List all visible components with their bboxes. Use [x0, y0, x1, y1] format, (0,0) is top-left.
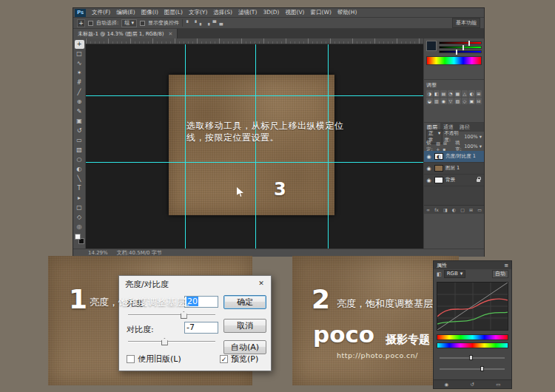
current-color-swatch[interactable]: [426, 41, 437, 51]
align-icon[interactable]: ▀: [212, 20, 218, 25]
zoom-tool[interactable]: ◎: [75, 223, 84, 232]
checkbox-unchecked[interactable]: [127, 355, 135, 363]
layer-thumbnail[interactable]: [434, 165, 443, 172]
vertical-guide[interactable]: [255, 44, 256, 249]
auto-button[interactable]: 自动: [492, 270, 508, 278]
new-layer-icon[interactable]: ⊞: [469, 207, 473, 212]
menu-layer[interactable]: 图层(L): [161, 8, 186, 17]
horizontal-guide[interactable]: [86, 95, 423, 96]
marquee-tool[interactable]: □: [75, 50, 84, 58]
dodge-tool[interactable]: ◐: [75, 165, 84, 174]
contrast-slider[interactable]: [128, 341, 215, 342]
adjustment-icon[interactable]: ▦: [454, 90, 461, 97]
layer-thumbnail[interactable]: [434, 177, 443, 183]
menu-window[interactable]: 窗口(W): [308, 8, 334, 17]
layer-name[interactable]: 背景: [445, 177, 455, 183]
path-selection-tool[interactable]: ▸: [75, 194, 84, 203]
brush-tool[interactable]: ✎: [75, 107, 84, 116]
contrast-input[interactable]: -7: [184, 322, 218, 334]
adjustment-icon[interactable]: ◔: [448, 90, 454, 97]
menu-help[interactable]: 帮助(H): [334, 8, 360, 17]
eraser-tool[interactable]: ▭: [75, 136, 84, 145]
delete-icon[interactable]: ▭: [496, 382, 500, 388]
auto-select-scope-dropdown[interactable]: 组 ▾: [121, 19, 137, 27]
adjustment-icon[interactable]: ▽: [448, 98, 454, 104]
reset-icon[interactable]: ↺: [471, 382, 474, 388]
adjustment-icon[interactable]: ▤: [440, 90, 447, 97]
panel-menu-icon[interactable]: ≡: [504, 263, 508, 268]
visibility-eye-icon[interactable]: ◉: [426, 154, 432, 160]
curves-graph[interactable]: [437, 282, 508, 331]
blur-tool[interactable]: ○: [75, 155, 84, 164]
menu-type[interactable]: 文字(Y): [186, 8, 210, 17]
visibility-eye-icon[interactable]: ◉: [445, 382, 449, 388]
fill-value[interactable]: 100%: [464, 143, 478, 149]
link-layers-icon[interactable]: ∞: [426, 207, 430, 212]
blue-slider[interactable]: [439, 50, 482, 53]
align-buttons[interactable]: ▘ ▝ ▖ ▗ ▀ ▄: [186, 20, 223, 26]
align-icon[interactable]: ▖: [199, 20, 204, 25]
type-tool[interactable]: T: [75, 184, 84, 193]
lasso-tool[interactable]: ∿: [75, 59, 84, 68]
align-icon[interactable]: ▘: [186, 20, 191, 25]
menu-select[interactable]: 选择(S): [210, 8, 235, 17]
checkbox-checked[interactable]: ✓: [220, 355, 228, 363]
adjustment-icon[interactable]: ◉: [440, 98, 447, 104]
props-slider[interactable]: [440, 357, 505, 359]
hand-tool[interactable]: ◇: [75, 213, 84, 222]
auto-select-checkbox[interactable]: [88, 21, 93, 26]
properties-tab[interactable]: 属性: [437, 262, 447, 269]
vertical-guide[interactable]: [328, 44, 329, 249]
layer-name[interactable]: 亮度/对比度 1: [445, 153, 476, 160]
move-tool[interactable]: +: [75, 40, 84, 49]
horizontal-guide[interactable]: [86, 162, 423, 163]
layer-group-icon[interactable]: ▢: [460, 207, 465, 212]
workspace-switcher-button[interactable]: 基本功能: [452, 18, 480, 28]
layer-row-adjustment[interactable]: ◉ ◐ 亮度/对比度 1: [424, 151, 484, 163]
adjustment-icon[interactable]: ◒: [426, 98, 433, 104]
adjustment-icon[interactable]: ▥: [434, 98, 440, 104]
adjustment-icon[interactable]: △: [462, 90, 468, 97]
adjustment-icon[interactable]: ◐: [468, 90, 475, 97]
history-brush-tool[interactable]: ↺: [75, 126, 84, 135]
adjustment-icon[interactable]: ▧: [454, 98, 461, 104]
adjustment-icon[interactable]: ◧: [434, 90, 440, 97]
layer-name[interactable]: 图层 1: [445, 165, 460, 172]
adjustment-icon[interactable]: ⊞: [476, 90, 482, 97]
clone-stamp-tool[interactable]: ▣: [75, 117, 84, 126]
auto-button[interactable]: 自动(A): [223, 340, 266, 354]
visibility-eye-icon[interactable]: ◉: [426, 178, 432, 183]
lock-transparent-icon[interactable]: ▨: [435, 141, 441, 146]
menu-view[interactable]: 视图(V): [283, 8, 308, 17]
channel-dropdown[interactable]: RGB ▾: [444, 270, 466, 278]
preview-checkbox[interactable]: ✓ 预览(P): [220, 354, 258, 365]
foreground-color-swatch[interactable]: [75, 234, 81, 240]
horizontal-ruler[interactable]: [86, 38, 423, 44]
show-transform-checkbox[interactable]: [140, 21, 145, 26]
layer-effects-icon[interactable]: fx: [434, 207, 439, 212]
adjustment-icon[interactable]: ▣: [468, 98, 475, 104]
menu-image[interactable]: 图像(I): [138, 8, 161, 17]
delete-layer-icon[interactable]: ▭: [477, 207, 482, 212]
eyedropper-tool[interactable]: ╱: [75, 88, 84, 97]
layer-row-background[interactable]: ◉ 背景: [424, 175, 484, 186]
crop-tool[interactable]: #: [75, 78, 84, 87]
ok-button[interactable]: 确定: [223, 295, 266, 309]
align-icon[interactable]: ▄: [218, 20, 223, 25]
layer-row[interactable]: ◉ 图层 1: [424, 163, 484, 175]
quick-selection-tool[interactable]: ✶: [75, 69, 84, 78]
cancel-button[interactable]: 取消: [223, 319, 266, 333]
close-tab-icon[interactable]: ✕: [168, 31, 172, 37]
adjustment-layer-icon[interactable]: ◐: [452, 207, 456, 212]
healing-brush-tool[interactable]: ⊕: [75, 98, 84, 107]
layer-mask-icon[interactable]: ◨: [443, 207, 448, 212]
color-spectrum-ramp[interactable]: [426, 56, 482, 65]
adjustment-icon[interactable]: ◇: [462, 98, 468, 104]
menu-filter[interactable]: 滤镜(T): [235, 8, 260, 17]
use-legacy-checkbox[interactable]: 使用旧版(L): [127, 354, 181, 365]
props-slider[interactable]: [440, 368, 505, 370]
adjustment-layer-thumbnail[interactable]: ◐: [434, 153, 443, 160]
adjustment-icon[interactable]: ⊟: [476, 98, 482, 104]
brightness-slider[interactable]: [128, 314, 215, 316]
pen-tool[interactable]: ╲: [75, 175, 84, 183]
